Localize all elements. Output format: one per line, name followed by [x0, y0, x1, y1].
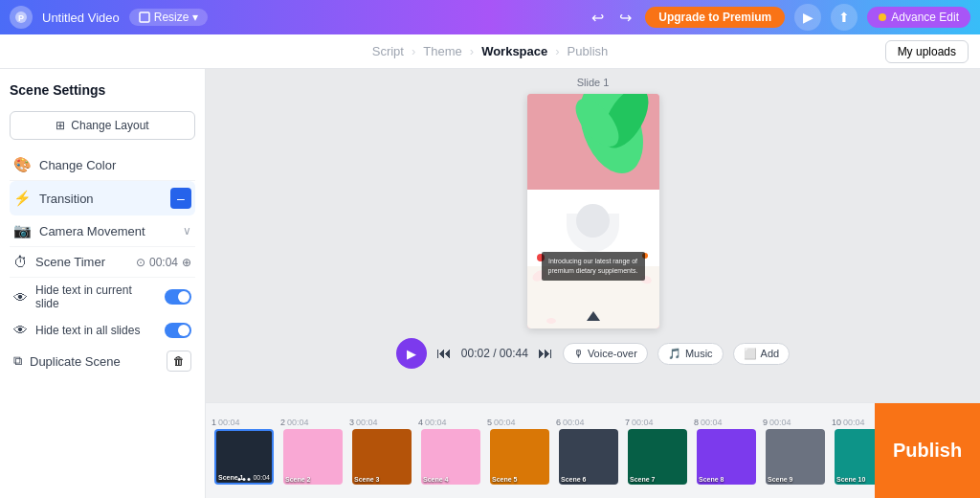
- player-controls: ▶ ⏮ 00:02 / 00:44 ⏭ 🎙 Voice-over 🎵 Music…: [396, 338, 790, 369]
- breadcrumb-sep-2: ›: [470, 44, 474, 58]
- music-icon: 🎵: [668, 348, 681, 360]
- breadcrumb-workspace[interactable]: Workspace: [481, 44, 547, 58]
- timer-increment[interactable]: ⊕: [182, 256, 191, 269]
- scene-img-4[interactable]: Scene 4: [421, 429, 480, 485]
- video-title: Untitled Video: [42, 11, 120, 25]
- scene-img-8[interactable]: Scene 8: [697, 429, 756, 485]
- scene-thumb-2[interactable]: 200:04 Scene 2: [280, 418, 345, 485]
- topbar: P Untitled Video Resize ▾ ↩ ↪ Upgrade to…: [0, 0, 980, 34]
- sidebar-title: Scene Settings: [10, 82, 195, 98]
- advance-edit-button[interactable]: Advance Edit: [867, 7, 970, 28]
- sidebar: Scene Settings ⊞ Change Layout 🎨 Change …: [0, 69, 206, 498]
- transition-icon: ⚡: [13, 190, 32, 207]
- hide-current-icon: 👁: [13, 289, 28, 306]
- scene-img-6[interactable]: Scene 6: [559, 429, 618, 485]
- scene-thumb-9[interactable]: 900:04 Scene 9: [763, 418, 828, 485]
- scene-img-10[interactable]: Scene 10: [835, 429, 875, 485]
- scene-img-3[interactable]: Scene 3: [352, 429, 412, 485]
- slide-text-overlay: Introducing our latest range of premium …: [542, 252, 645, 281]
- breadcrumb-sep-1: ›: [412, 44, 415, 58]
- scene-thumb-1[interactable]: 1 00:04 Scene 1 00:04: [212, 418, 277, 485]
- duplicate-scene-row: ⧉ Duplicate Scene 🗑: [10, 344, 195, 378]
- scene-thumb-8[interactable]: 800:04 Scene 8: [694, 418, 759, 485]
- scene-thumb-10[interactable]: 1000:04 Scene 10: [832, 418, 875, 485]
- timer-icon: ⏱: [13, 254, 28, 270]
- hide-text-all-row: 👁 Hide text in all slides: [10, 316, 195, 344]
- color-icon: 🎨: [13, 156, 32, 173]
- scene-img-1[interactable]: Scene 1 00:04: [214, 429, 274, 485]
- hide-current-toggle[interactable]: [165, 289, 191, 305]
- layout-icon: ⊞: [56, 119, 65, 132]
- skip-forward-icon[interactable]: ⏭: [538, 345, 553, 362]
- svg-text:P: P: [18, 13, 24, 23]
- scene-thumb-3[interactable]: 300:04 Scene 3: [349, 418, 414, 485]
- breadcrumb-bar: Script › Theme › Workspace › Publish My …: [0, 34, 980, 69]
- publish-panel[interactable]: Publish: [875, 403, 980, 498]
- change-color-row[interactable]: 🎨 Change Color: [10, 149, 195, 181]
- breadcrumb-sep-3: ›: [555, 44, 559, 58]
- play-button[interactable]: ▶: [396, 338, 427, 369]
- time-display: 00:02 / 00:44: [461, 347, 528, 360]
- timer-control[interactable]: ⊙ 00:04 ⊕: [136, 256, 191, 269]
- scene-thumb-4[interactable]: 400:04 Scene 4: [418, 418, 483, 485]
- svg-rect-2: [140, 12, 149, 22]
- camera-icon: 📷: [13, 222, 32, 239]
- canvas-area: Slide 1: [206, 69, 980, 498]
- change-layout-button[interactable]: ⊞ Change Layout: [10, 111, 195, 140]
- slide-preview: Introducing our latest range of premium …: [527, 94, 659, 328]
- add-media-button[interactable]: ⬜ Add: [733, 343, 791, 365]
- timeline: 1 00:04 Scene 1 00:04 200:04 Scene 2: [206, 402, 980, 498]
- add-icon: ⬜: [744, 348, 757, 360]
- camera-movement-row[interactable]: 📷 Camera Movement ∨: [10, 215, 195, 247]
- camera-chevron: ∨: [183, 224, 191, 238]
- scene-img-9[interactable]: Scene 9: [766, 429, 825, 485]
- hide-all-toggle[interactable]: [165, 323, 191, 338]
- my-uploads-button[interactable]: My uploads: [885, 40, 969, 63]
- scene-thumb-5[interactable]: 500:04 Scene 5: [487, 418, 552, 485]
- upgrade-button[interactable]: Upgrade to Premium: [645, 7, 785, 28]
- topbar-nav: ↩ ↪: [588, 9, 635, 27]
- resize-button[interactable]: Resize ▾: [129, 9, 209, 26]
- scene-timer-row[interactable]: ⏱ Scene Timer ⊙ 00:04 ⊕: [10, 247, 195, 278]
- hide-text-current-row: 👁 Hide text in current slide: [10, 278, 195, 316]
- breadcrumb-script[interactable]: Script: [372, 44, 404, 58]
- mic-icon: 🎙: [573, 348, 584, 359]
- transition-toggle[interactable]: –: [170, 188, 191, 209]
- scene-img-2[interactable]: Scene 2: [283, 429, 343, 485]
- scene-list: 1 00:04 Scene 1 00:04 200:04 Scene 2: [206, 403, 875, 498]
- timer-value: 00:04: [149, 256, 178, 269]
- slide-label: Slide 1: [577, 77, 610, 88]
- skip-back-icon[interactable]: ⏮: [436, 345, 452, 362]
- breadcrumb-theme[interactable]: Theme: [423, 44, 461, 58]
- main-area: Scene Settings ⊞ Change Layout 🎨 Change …: [0, 69, 980, 498]
- voiceover-button[interactable]: 🎙 Voice-over: [563, 343, 648, 364]
- music-button[interactable]: 🎵 Music: [657, 343, 724, 365]
- transition-row[interactable]: ⚡ Transition –: [10, 181, 195, 215]
- slide-indicator: [587, 311, 600, 321]
- scene-thumb-7[interactable]: 700:04 Scene 7: [625, 418, 690, 485]
- advance-dot: [879, 13, 886, 21]
- app-logo: P: [10, 6, 33, 29]
- scene-img-5[interactable]: Scene 5: [490, 429, 549, 485]
- undo-button[interactable]: ↩: [588, 9, 608, 27]
- delete-scene-button[interactable]: 🗑: [167, 351, 191, 372]
- hide-all-icon: 👁: [13, 322, 28, 338]
- duplicate-icon: ⧉: [13, 353, 22, 369]
- scene-thumb-6[interactable]: 600:04 Scene 6: [556, 418, 621, 485]
- share-button[interactable]: ⬆: [831, 4, 858, 31]
- preview-button[interactable]: ▶: [794, 4, 821, 31]
- breadcrumb-publish[interactable]: Publish: [568, 44, 609, 58]
- redo-button[interactable]: ↪: [615, 9, 635, 27]
- timer-circle-icon: ⊙: [136, 256, 145, 269]
- scene-img-7[interactable]: Scene 7: [628, 429, 687, 485]
